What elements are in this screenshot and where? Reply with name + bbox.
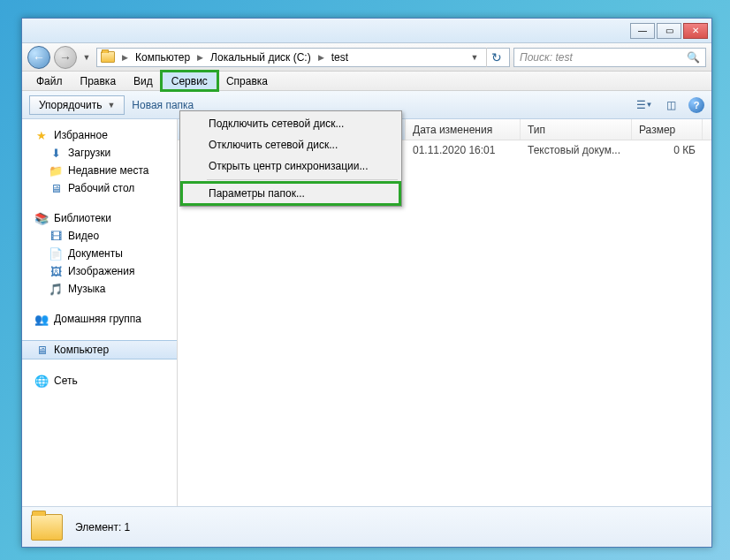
network-icon: 🌐 xyxy=(34,374,49,388)
nav-libraries[interactable]: 📚Библиотеки xyxy=(22,209,177,227)
nav-computer-label: Компьютер xyxy=(54,344,109,356)
search-icon: 🔍 xyxy=(687,51,700,64)
col-date[interactable]: Дата изменения xyxy=(406,119,521,140)
navigation-bar: ← → ▼ ▶ Компьютер ▶ Локальный диск (C:) … xyxy=(22,43,711,72)
menu-map-drive[interactable]: Подключить сетевой диск... xyxy=(182,113,399,134)
titlebar: — ▭ ✕ xyxy=(22,19,711,43)
nav-music[interactable]: 🎵Музыка xyxy=(22,280,177,298)
folder-icon xyxy=(101,51,115,63)
nav-homegroup[interactable]: 👥Домашняя группа xyxy=(22,310,177,328)
refresh-button[interactable]: ↻ xyxy=(486,48,506,67)
new-folder-button[interactable]: Новая папка xyxy=(132,99,194,111)
nav-favorites-label: Избранное xyxy=(54,129,108,141)
organize-label: Упорядочить xyxy=(39,99,102,111)
chevron-down-icon: ▼ xyxy=(107,101,115,110)
menu-file[interactable]: Файл xyxy=(27,72,72,90)
nav-homegroup-label: Домашняя группа xyxy=(54,313,141,325)
nav-network[interactable]: 🌐Сеть xyxy=(22,372,177,390)
computer-icon: 🖥 xyxy=(34,343,49,357)
explorer-window: — ▭ ✕ ← → ▼ ▶ Компьютер ▶ Локальный диск… xyxy=(21,18,712,548)
menu-help[interactable]: Справка xyxy=(217,72,277,90)
breadcrumb-computer[interactable]: Компьютер xyxy=(135,51,190,64)
address-bar[interactable]: ▶ Компьютер ▶ Локальный диск (C:) ▶ test… xyxy=(96,48,510,67)
maximize-button[interactable]: ▭ xyxy=(657,23,681,39)
nav-videos[interactable]: 🎞Видео xyxy=(22,227,177,245)
nav-desktop[interactable]: 🖥Рабочий стол xyxy=(22,179,177,197)
menu-separator xyxy=(207,179,398,180)
nav-history-dropdown[interactable]: ▼ xyxy=(80,49,93,66)
homegroup-icon: 👥 xyxy=(34,312,49,326)
back-button[interactable]: ← xyxy=(27,46,50,69)
menu-edit[interactable]: Правка xyxy=(72,72,125,90)
status-bar: Элемент: 1 xyxy=(22,506,711,547)
search-input[interactable]: Поиск: test 🔍 xyxy=(513,48,706,67)
picture-icon: 🖼 xyxy=(49,264,63,278)
download-icon: ⬇ xyxy=(49,146,63,160)
nav-item-label: Видео xyxy=(68,230,99,242)
navigation-pane: ★Избранное ⬇Загрузки 📁Недавние места 🖥Ра… xyxy=(22,119,178,526)
menu-view[interactable]: Вид xyxy=(125,72,162,90)
chevron-right-icon: ▶ xyxy=(195,53,205,62)
tools-dropdown-menu: Подключить сетевой диск... Отключить сет… xyxy=(179,110,402,207)
menu-folder-options[interactable]: Параметры папок... xyxy=(182,183,399,204)
nav-item-label: Недавние места xyxy=(68,164,148,177)
desktop-icon: 🖥 xyxy=(49,181,63,195)
star-icon: ★ xyxy=(34,128,49,142)
nav-item-label: Изображения xyxy=(68,265,134,277)
nav-computer[interactable]: 🖥Компьютер xyxy=(22,340,177,359)
status-text: Элемент: 1 xyxy=(75,521,130,534)
chevron-right-icon: ▶ xyxy=(120,53,130,62)
search-placeholder: Поиск: test xyxy=(520,51,573,64)
minimize-button[interactable]: — xyxy=(630,23,655,39)
address-dropdown[interactable]: ▼ xyxy=(468,49,481,66)
video-icon: 🎞 xyxy=(49,229,63,243)
recent-icon: 📁 xyxy=(49,163,63,178)
file-size: 0 КБ xyxy=(632,144,703,156)
breadcrumb-drive[interactable]: Локальный диск (C:) xyxy=(210,51,311,64)
menu-tools[interactable]: Сервис xyxy=(162,72,217,90)
file-date: 01.11.2020 16:01 xyxy=(406,144,521,156)
folder-icon xyxy=(31,514,63,541)
file-type: Текстовый докум... xyxy=(521,144,632,156)
nav-item-label: Рабочий стол xyxy=(68,182,134,194)
nav-network-label: Сеть xyxy=(54,375,78,387)
col-type[interactable]: Тип xyxy=(521,119,632,140)
organize-button[interactable]: Упорядочить ▼ xyxy=(29,95,125,115)
close-button[interactable]: ✕ xyxy=(683,23,708,39)
nav-documents[interactable]: 📄Документы xyxy=(22,245,177,262)
document-icon: 📄 xyxy=(49,246,63,261)
nav-item-label: Загрузки xyxy=(68,147,110,159)
forward-button[interactable]: → xyxy=(54,46,77,69)
breadcrumb-folder[interactable]: test xyxy=(331,51,348,64)
preview-pane-button[interactable]: ◫ xyxy=(662,96,680,114)
nav-item-label: Документы xyxy=(68,247,123,260)
nav-recent[interactable]: 📁Недавние места xyxy=(22,162,177,179)
music-icon: 🎵 xyxy=(49,282,63,296)
nav-downloads[interactable]: ⬇Загрузки xyxy=(22,144,177,162)
nav-libraries-label: Библиотеки xyxy=(54,212,111,224)
menubar: Файл Правка Вид Сервис Справка xyxy=(22,72,711,91)
chevron-right-icon: ▶ xyxy=(316,53,326,62)
help-button[interactable]: ? xyxy=(688,97,704,113)
menu-disconnect-drive[interactable]: Отключить сетевой диск... xyxy=(182,134,399,155)
menu-sync-center[interactable]: Открыть центр синхронизации... xyxy=(182,155,399,177)
nav-favorites[interactable]: ★Избранное xyxy=(22,126,177,144)
nav-pictures[interactable]: 🖼Изображения xyxy=(22,262,177,280)
nav-item-label: Музыка xyxy=(68,283,105,295)
col-size[interactable]: Размер xyxy=(632,119,703,140)
view-options-button[interactable]: ☰ ▼ xyxy=(635,96,653,114)
libraries-icon: 📚 xyxy=(34,211,49,225)
